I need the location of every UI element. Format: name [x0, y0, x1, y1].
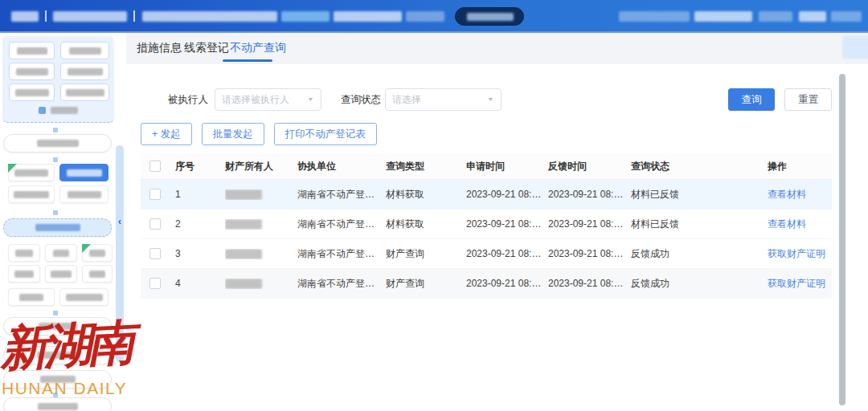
sidebar-button[interactable] — [60, 42, 109, 59]
col-header-apply-time: 申请时间 — [466, 153, 548, 179]
header-blurred-link[interactable] — [619, 11, 690, 22]
sidebar-button[interactable] — [45, 244, 77, 262]
header-blurred-link[interactable] — [831, 11, 862, 22]
executee-label: 被执行人 — [168, 87, 208, 112]
col-header-unit: 协执单位 — [297, 153, 386, 179]
status-select[interactable]: 请选择 ▼ — [385, 88, 502, 111]
col-header-type: 查询类型 — [386, 153, 466, 179]
cell-status: 材料已反馈 — [631, 218, 768, 231]
cell-type: 财产查询 — [386, 247, 466, 261]
cell-unit: 湖南省不动产登记... — [297, 218, 386, 231]
sidebar-button[interactable] — [82, 244, 113, 262]
row-action-link[interactable]: 获取财产证明 — [768, 248, 825, 259]
table-row[interactable]: 3 湖南省不动产登记... 财产查询 2023-09-21 08:04:12 2… — [141, 239, 832, 269]
sidebar-button[interactable] — [8, 244, 40, 262]
blurred-name — [225, 219, 262, 230]
table-row[interactable]: 1 湖南省不动产登记... 材料获取 2023-09-21 08:46:58 2… — [141, 180, 832, 210]
cell-feedback-time: 2023-09-21 08:11:44 — [548, 218, 631, 230]
sidebar-button[interactable] — [9, 83, 55, 101]
sidebar-button[interactable] — [59, 288, 108, 306]
cell-apply-time: 2023-09-21 08:04:12 — [466, 278, 548, 289]
header-separator — [45, 10, 47, 22]
main-content: 措施信息 线索登记 不动产查询 被执行人 请选择被执行人 ▼ 查询状态 请选择 … — [126, 33, 868, 411]
sidebar-button[interactable] — [60, 63, 109, 80]
initiate-button[interactable]: + 发起 — [141, 123, 192, 145]
header-blurred-text — [142, 11, 277, 22]
table-body: 1 湖南省不动产登记... 材料获取 2023-09-21 08:46:58 2… — [141, 180, 832, 299]
table-row[interactable]: 2 湖南省不动产登记... 材料获取 2023-09-21 08:11:38 2… — [141, 210, 832, 239]
sidebar-button-active[interactable] — [59, 164, 108, 181]
tab-measures-info[interactable]: 措施信息 — [137, 33, 182, 62]
row-checkbox[interactable] — [149, 248, 161, 259]
cell-no: 3 — [175, 248, 225, 259]
sidebar-checkbox-row[interactable] — [2, 107, 114, 114]
header-blurred-link[interactable] — [799, 11, 826, 22]
vertical-scrollbar[interactable] — [839, 74, 845, 405]
action-row: + 发起 批量发起 打印不动产登记表 — [141, 123, 377, 145]
row-action-link[interactable]: 查看材料 — [768, 218, 806, 230]
cell-status: 反馈成功 — [631, 247, 768, 261]
executee-select[interactable]: 请选择被执行人 ▼ — [215, 88, 321, 111]
cell-feedback-time: 2023-09-21 08:04:21 — [548, 248, 631, 259]
tab-real-estate-query[interactable]: 不动产查询 — [230, 33, 286, 62]
filter-row: 被执行人 请选择被执行人 ▼ 查询状态 请选择 ▼ 查询 重置 — [126, 87, 868, 112]
header-badge-blurred-text — [467, 13, 514, 21]
tab-clue-registration[interactable]: 线索登记 — [184, 33, 229, 62]
active-tab-underline — [223, 59, 272, 62]
status-placeholder: 请选择 — [392, 93, 484, 107]
small-checkbox-icon[interactable] — [39, 107, 46, 114]
row-checkbox[interactable] — [149, 189, 161, 200]
row-action-link[interactable]: 查看材料 — [768, 189, 806, 200]
sidebar-pill-highlighted[interactable] — [3, 218, 112, 237]
header-blurred-text — [281, 11, 330, 22]
query-button[interactable]: 查询 — [728, 88, 775, 111]
sidebar-button[interactable] — [8, 288, 55, 306]
sidebar-pill-button[interactable] — [3, 134, 112, 153]
header-blurred-link[interactable] — [694, 11, 752, 22]
status-label: 查询状态 — [341, 87, 381, 112]
reset-button[interactable]: 重置 — [784, 88, 832, 111]
sidebar-button[interactable] — [59, 185, 108, 203]
sidebar-collapse-icon[interactable]: ‹ — [115, 215, 125, 228]
col-header-no: 序号 — [175, 153, 225, 179]
flow-connector — [53, 210, 58, 215]
top-header — [0, 0, 868, 33]
sidebar-button[interactable] — [8, 164, 55, 181]
row-checkbox[interactable] — [149, 278, 161, 289]
cell-type: 材料获取 — [386, 218, 466, 231]
header-blurred-link[interactable] — [759, 11, 792, 22]
sidebar-button[interactable] — [82, 265, 113, 283]
sidebar-button[interactable] — [8, 265, 40, 283]
tab-bar: 措施信息 线索登记 不动产查询 — [126, 33, 868, 64]
logo-english-text: HUNAN DAILY — [2, 379, 135, 398]
print-registration-button[interactable]: 打印不动产登记表 — [274, 123, 377, 145]
col-header-feedback-time: 反馈时间 — [548, 153, 631, 179]
row-action-link[interactable]: 获取财产证明 — [768, 278, 825, 289]
cell-unit: 湖南省不动产登记... — [297, 277, 386, 291]
sidebar-button[interactable] — [9, 42, 55, 59]
col-header-operation: 操作 — [768, 153, 832, 179]
batch-initiate-button[interactable]: 批量发起 — [202, 123, 264, 145]
sidebar-button[interactable] — [45, 265, 77, 283]
cell-owner-blurred — [225, 249, 297, 259]
tabbar-corner-widget[interactable] — [842, 36, 868, 59]
table-row[interactable]: 4 湖南省不动产登记... 财产查询 2023-09-21 08:04:12 2… — [141, 269, 832, 299]
sidebar-button[interactable] — [9, 63, 55, 80]
cell-type: 材料获取 — [386, 188, 466, 201]
row-checkbox[interactable] — [149, 218, 161, 230]
chevron-down-icon: ▼ — [307, 96, 314, 103]
select-all-checkbox[interactable] — [149, 161, 161, 172]
cell-no: 2 — [175, 218, 225, 230]
cell-type: 财产查询 — [386, 277, 466, 291]
cell-no: 4 — [175, 278, 225, 289]
col-header-status: 查询状态 — [631, 153, 768, 179]
cell-apply-time: 2023-09-21 08:11:38 — [466, 218, 548, 230]
header-badge-pill[interactable] — [455, 7, 524, 26]
cell-apply-time: 2023-09-21 08:04:12 — [466, 248, 548, 259]
logo-chinese-text: 新湖南 — [0, 310, 137, 381]
cell-status: 材料已反馈 — [631, 188, 768, 201]
flow-connector — [53, 128, 58, 132]
sidebar-button[interactable] — [8, 185, 55, 203]
cell-unit: 湖南省不动产登记... — [297, 188, 386, 201]
sidebar-button[interactable] — [60, 83, 109, 101]
